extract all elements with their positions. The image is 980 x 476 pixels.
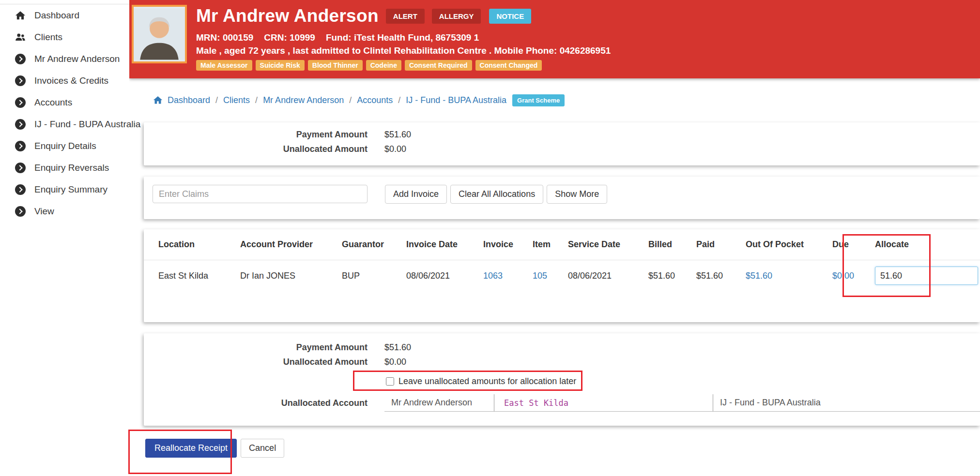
- cell-location: East St Kilda: [158, 271, 240, 281]
- column-header-paid: Paid: [696, 239, 746, 250]
- sidebar-item-view[interactable]: View: [0, 200, 129, 222]
- unallocated-amount-row: Unallocated Amount $0.00: [144, 355, 980, 369]
- patient-crn: CRN: 10999: [264, 32, 315, 43]
- payment-amount-value: $51.60: [384, 130, 411, 140]
- alert-button[interactable]: ALERT: [386, 9, 425, 24]
- breadcrumb-separator: /: [398, 95, 400, 105]
- column-header-invoice-date: Invoice Date: [406, 239, 483, 250]
- users-icon: [15, 31, 26, 43]
- payment-amount-value: $51.60: [384, 342, 411, 353]
- breadcrumb-link-accounts[interactable]: Accounts: [357, 95, 393, 105]
- sidebar-item-enquiry-summary[interactable]: Enquiry Summary: [0, 178, 129, 200]
- unallocated-account-label: Unallocated Account: [144, 394, 368, 412]
- due-link[interactable]: $0.00: [832, 271, 875, 281]
- out-of-pocket-link[interactable]: $51.60: [746, 271, 832, 281]
- sidebar-item-label: Dashboard: [34, 10, 79, 21]
- patient-name: Mr Andrew Anderson: [196, 6, 379, 26]
- table-row: East St Kilda Dr Ian JONES BUP 08/06/202…: [144, 260, 980, 291]
- home-icon: [15, 10, 26, 21]
- sidebar-item-label: Enquiry Reversals: [34, 163, 109, 173]
- sidebar-item-accounts[interactable]: Accounts: [0, 91, 129, 113]
- reallocate-receipt-button[interactable]: Reallocate Receipt: [145, 439, 237, 458]
- sidebar-nav: Dashboard Clients Mr Andrew Anderson Inv…: [0, 4, 129, 222]
- item-number-link[interactable]: 105: [533, 271, 568, 281]
- form-actions: Reallocate Receipt Cancel: [145, 439, 284, 458]
- column-header-allocate: Allocate: [875, 239, 980, 250]
- unallocated-account-fund-field[interactable]: IJ - Fund - BUPA Australia: [713, 394, 980, 411]
- breadcrumb-link-clients[interactable]: Clients: [223, 95, 250, 105]
- unallocated-amount-label: Unallocated Amount: [144, 357, 368, 367]
- cell-invoice-date: 08/06/2021: [406, 271, 483, 281]
- sidebar-item-label: Mr Andrew Anderson: [34, 54, 120, 64]
- cell-service-date: 08/06/2021: [568, 271, 648, 281]
- column-header-invoice: Invoice: [483, 239, 533, 250]
- show-more-button[interactable]: Show More: [547, 185, 607, 204]
- patient-avatar: [132, 5, 187, 63]
- column-header-service-date: Service Date: [568, 239, 648, 250]
- cell-billed: $51.60: [648, 271, 696, 281]
- cell-account-provider: Dr Ian JONES: [240, 271, 342, 281]
- breadcrumb-link-dashboard[interactable]: Dashboard: [168, 95, 210, 105]
- sidebar-item-clients[interactable]: Clients: [0, 26, 129, 48]
- grant-scheme-badge: Grant Scheme: [512, 94, 565, 106]
- alert-tag: Consent Required: [405, 60, 472, 71]
- leave-unallocated-checkbox[interactable]: [386, 377, 394, 386]
- column-header-location: Location: [158, 239, 240, 250]
- breadcrumb-link-mr-andrew-anderson[interactable]: Mr Andrew Anderson: [263, 95, 344, 105]
- payment-summary-bottom-panel: Payment Amount $51.60 Unallocated Amount…: [144, 333, 980, 426]
- cancel-button[interactable]: Cancel: [241, 439, 284, 458]
- alert-tag: Blood Thinner: [308, 60, 363, 71]
- column-header-guarantor: Guarantor: [342, 239, 406, 250]
- notice-button[interactable]: NOTICE: [489, 9, 531, 24]
- clear-all-allocations-button[interactable]: Clear All Allocations: [450, 185, 543, 204]
- patient-identifiers: MRN: 000159 CRN: 10999 Fund: iTest Healt…: [196, 32, 970, 43]
- sidebar-item-dashboard[interactable]: Dashboard: [0, 4, 129, 26]
- chevron-circle-icon: [15, 162, 26, 174]
- payment-amount-row: Payment Amount $51.60: [144, 127, 980, 142]
- sidebar-item-mr-andrew-anderson[interactable]: Mr Andrew Anderson: [0, 48, 129, 70]
- sidebar-item-enquiry-reversals[interactable]: Enquiry Reversals: [0, 157, 129, 178]
- payment-summary-top-panel: Payment Amount $51.60 Unallocated Amount…: [144, 122, 980, 165]
- cell-guarantor: BUP: [342, 271, 406, 281]
- leave-unallocated-label[interactable]: Leave unallocated amounts for allocation…: [398, 376, 576, 387]
- patient-alert-tags: Male Assessor Suicide Risk Blood Thinner…: [196, 60, 970, 71]
- claims-toolbar-buttons: Add Invoice Clear All Allocations Show M…: [385, 185, 607, 204]
- column-header-due: Due: [832, 239, 875, 250]
- allocate-input[interactable]: [875, 267, 978, 285]
- sidebar-item-enquiry-details[interactable]: Enquiry Details: [0, 135, 129, 157]
- claims-toolbar-panel: Add Invoice Clear All Allocations Show M…: [144, 177, 980, 219]
- column-header-out-of-pocket: Out Of Pocket: [746, 239, 832, 250]
- enter-claims-input[interactable]: [153, 185, 368, 203]
- chevron-circle-icon: [15, 140, 26, 152]
- patient-title-row: Mr Andrew Anderson ALERT ALLERGY NOTICE: [196, 4, 970, 28]
- breadcrumb-link-ij-fund-bupa-australia[interactable]: IJ - Fund - BUPA Australia: [406, 95, 506, 105]
- cell-paid: $51.60: [696, 271, 746, 281]
- sidebar-item-label: Invoices & Credits: [34, 75, 108, 86]
- column-header-item: Item: [533, 239, 568, 250]
- payment-amount-label: Payment Amount: [144, 130, 368, 140]
- sidebar-item-label: Clients: [34, 32, 62, 43]
- home-icon[interactable]: [153, 95, 163, 105]
- chevron-circle-icon: [15, 53, 26, 65]
- chevron-circle-icon: [15, 206, 26, 217]
- invoice-table-panel: Location Account Provider Guarantor Invo…: [144, 229, 980, 322]
- unallocated-account-person-field[interactable]: Mr Andrew Anderson: [384, 394, 494, 411]
- chevron-circle-icon: [15, 119, 26, 130]
- unallocated-amount-row: Unallocated Amount $0.00: [144, 142, 980, 156]
- breadcrumb-separator: /: [349, 95, 352, 105]
- breadcrumb-separator: /: [215, 95, 218, 105]
- sidebar: Dashboard Clients Mr Andrew Anderson Inv…: [0, 0, 129, 476]
- unallocated-account-fields: Mr Andrew Anderson East St Kilda IJ - Fu…: [384, 394, 980, 412]
- sidebar-item-ij-fund-bupa-australia[interactable]: IJ - Fund - BUPA Australia: [0, 113, 129, 135]
- breadcrumb-separator: /: [255, 95, 258, 105]
- unallocated-amount-value: $0.00: [384, 144, 406, 154]
- add-invoice-button[interactable]: Add Invoice: [385, 185, 447, 204]
- sidebar-item-invoices-credits[interactable]: Invoices & Credits: [0, 70, 129, 91]
- invoice-number-link[interactable]: 1063: [483, 271, 533, 281]
- unallocated-account-location-field[interactable]: East St Kilda: [494, 394, 713, 411]
- unallocated-account-row: Unallocated Account Mr Andrew Anderson E…: [144, 394, 980, 412]
- table-header-row: Location Account Provider Guarantor Invo…: [144, 229, 980, 260]
- patient-demographics: Male , aged 72 years , last admitted to …: [196, 45, 970, 56]
- unallocated-amount-value: $0.00: [384, 357, 406, 367]
- allergy-button[interactable]: ALLERGY: [432, 9, 481, 24]
